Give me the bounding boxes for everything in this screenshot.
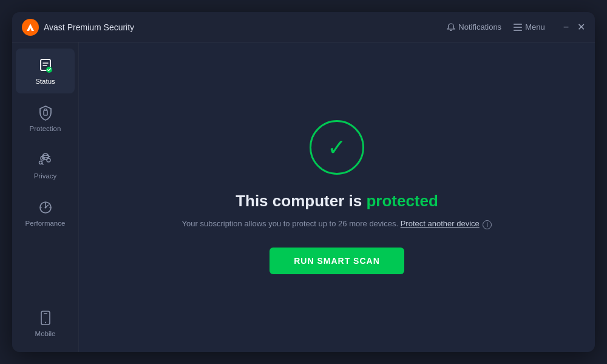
sidebar: Status Protection (12, 42, 79, 352)
notifications-label: Notifications (458, 22, 501, 32)
notifications-button[interactable]: Notifications (447, 22, 501, 32)
sidebar-item-protection[interactable]: Protection (16, 96, 75, 141)
protect-another-device-link[interactable]: Protect another device (401, 219, 480, 228)
status-protected-word: protected (366, 192, 438, 210)
sidebar-item-performance[interactable]: Performance (16, 190, 75, 235)
app-title: Avast Premium Security (44, 22, 134, 32)
main-layout: Status Protection (12, 42, 595, 352)
svg-point-13 (44, 207, 46, 209)
mobile-icon (37, 309, 54, 326)
status-title-prefix: This computer is (236, 192, 366, 210)
svg-rect-3 (514, 30, 522, 31)
bell-icon (447, 23, 455, 32)
sidebar-item-performance-label: Performance (25, 220, 66, 227)
svg-rect-2 (514, 27, 522, 28)
minimize-button[interactable]: − (563, 22, 569, 32)
titlebar: Avast Premium Security Notifications Men… (12, 12, 595, 42)
sidebar-item-mobile-label: Mobile (35, 330, 56, 337)
titlebar-controls: Notifications Menu − ✕ (447, 22, 585, 32)
subscription-text: Your subscription allows you to protect … (182, 219, 492, 229)
svg-rect-6 (44, 110, 47, 115)
svg-point-9 (41, 152, 49, 160)
sidebar-item-status-label: Status (35, 78, 55, 85)
sidebar-item-mobile[interactable]: Mobile (16, 301, 75, 346)
window-controls: − ✕ (563, 22, 585, 32)
avast-logo-icon (22, 19, 39, 36)
app-window: Avast Premium Security Notifications Men… (12, 12, 595, 352)
protection-icon (37, 104, 54, 121)
menu-button[interactable]: Menu (514, 22, 545, 32)
sidebar-item-privacy-label: Privacy (34, 172, 57, 180)
status-icon (37, 57, 54, 74)
svg-point-15 (45, 322, 46, 323)
svg-rect-16 (44, 313, 47, 314)
info-icon[interactable]: i (483, 220, 492, 229)
status-title: This computer is protected (236, 192, 438, 211)
menu-label: Menu (525, 22, 545, 32)
sidebar-item-status[interactable]: Status (16, 49, 75, 93)
run-smart-scan-button[interactable]: RUN SMART SCAN (270, 248, 404, 274)
sidebar-item-protection-label: Protection (30, 125, 61, 132)
performance-icon (37, 199, 54, 216)
subscription-text-content: Your subscription allows you to protect … (182, 219, 399, 228)
sidebar-item-privacy[interactable]: Privacy (16, 143, 75, 188)
logo-area: Avast Premium Security (22, 19, 447, 36)
sidebar-spacer (12, 237, 78, 300)
privacy-icon (37, 152, 54, 169)
close-button[interactable]: ✕ (577, 22, 585, 32)
menu-icon (514, 24, 522, 31)
svg-rect-1 (514, 24, 522, 25)
content-area: ✓ This computer is protected Your subscr… (79, 42, 595, 352)
checkmark-icon: ✓ (327, 136, 347, 159)
status-circle: ✓ (310, 120, 364, 175)
svg-point-10 (47, 158, 50, 162)
